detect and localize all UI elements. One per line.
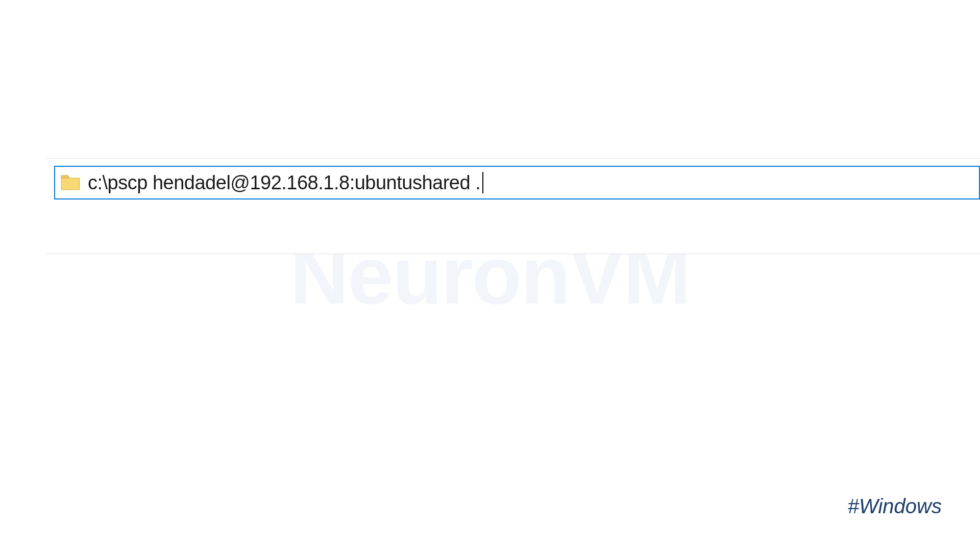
hashtag-label: #Windows	[848, 495, 942, 518]
explorer-address-section: c:\pscp hendadel@192.168.1.8:ubuntushare…	[46, 158, 980, 260]
address-bar[interactable]: c:\pscp hendadel@192.168.1.8:ubuntushare…	[54, 166, 980, 199]
folder-icon	[60, 173, 81, 192]
text-cursor	[482, 172, 483, 193]
top-divider	[46, 158, 980, 159]
content-area	[46, 199, 980, 254]
bottom-divider	[46, 254, 980, 254]
address-input-text[interactable]: c:\pscp hendadel@192.168.1.8:ubuntushare…	[88, 172, 480, 194]
